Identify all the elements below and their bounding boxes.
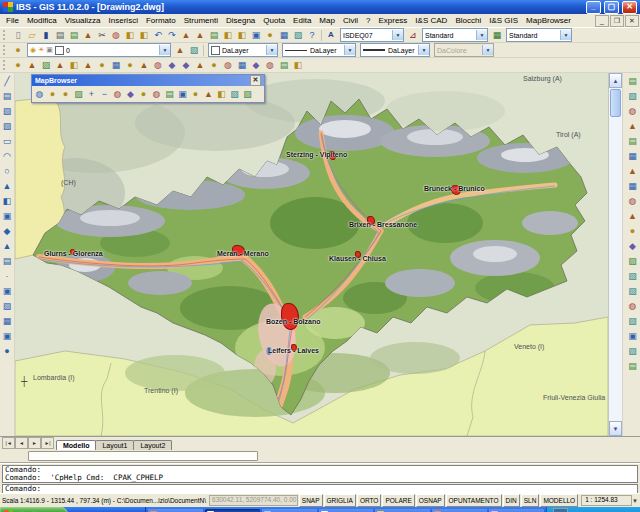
menu-map[interactable]: Map xyxy=(315,16,339,25)
insert-block-icon[interactable]: ▲ xyxy=(0,239,14,254)
msn-icon[interactable]: ▦ xyxy=(119,508,130,512)
map-open-icon[interactable]: ● xyxy=(95,59,109,72)
gis-table-icon[interactable]: ▨ xyxy=(39,59,53,72)
point-icon[interactable]: · xyxy=(0,269,14,284)
paste-icon[interactable]: ◧ xyxy=(123,29,137,42)
redo-icon[interactable]: ↷ xyxy=(165,29,179,42)
legend-icon[interactable]: ◍ xyxy=(111,88,124,101)
text-style-combo[interactable]: ISDEQ07▼ xyxy=(340,28,404,42)
find-icon[interactable]: ● xyxy=(137,88,150,101)
map-overlay-icon[interactable]: ◍ xyxy=(221,59,235,72)
bozen-bolzano-marker[interactable] xyxy=(281,303,299,330)
toggle-osnap[interactable]: OSNAP xyxy=(416,494,445,507)
help-icon[interactable]: ? xyxy=(305,29,319,42)
3d-wireframe-icon[interactable]: ▨ xyxy=(626,254,640,269)
toggle-griglia[interactable]: GRIGLIA xyxy=(324,494,356,507)
menu-express[interactable]: Express xyxy=(374,16,411,25)
zoom-in-icon[interactable]: + xyxy=(85,88,98,101)
toggle-orto[interactable]: ORTO xyxy=(357,494,382,507)
properties-icon[interactable]: ◧ xyxy=(235,29,249,42)
gradient-icon[interactable]: ▧ xyxy=(0,299,14,314)
task-silvia-conve[interactable]: silvia - Conve... xyxy=(319,509,374,512)
sheet-set-icon[interactable]: ▦ xyxy=(277,29,291,42)
map-save-icon[interactable]: ▦ xyxy=(109,59,123,72)
menu-mapbrowser[interactable]: MapBrowser xyxy=(522,16,575,25)
database-icon[interactable]: ◧ xyxy=(215,88,228,101)
color-combo[interactable]: DaLayer ▼ xyxy=(208,43,278,57)
arc-icon[interactable]: ◠ xyxy=(0,149,14,164)
zoom-window-icon[interactable]: ▤ xyxy=(207,29,221,42)
menu-visualizza[interactable]: Visualizza xyxy=(61,16,105,25)
print-icon[interactable]: ▤ xyxy=(53,29,67,42)
map-stats-icon[interactable]: ▤ xyxy=(277,59,291,72)
internet-explorer-icon[interactable]: ▲ xyxy=(71,508,82,512)
menu-i-s-cad[interactable]: I&S CAD xyxy=(411,16,451,25)
3d-realistic-icon[interactable]: ▧ xyxy=(626,314,640,329)
vertical-scroll-thumb[interactable] xyxy=(610,89,621,117)
construction-line-icon[interactable]: ▤ xyxy=(0,89,14,104)
copy-icon[interactable]: ◍ xyxy=(109,29,123,42)
design-center-icon[interactable]: ▣ xyxy=(249,29,263,42)
task-posta-in-arriv[interactable]: Posta in arriv... xyxy=(148,509,203,512)
toggle-modello[interactable]: MODELLO xyxy=(540,494,578,507)
scroll-up-icon[interactable]: ▲ xyxy=(609,73,622,88)
cut-icon[interactable]: ✂ xyxy=(95,29,109,42)
close-button[interactable]: ✕ xyxy=(622,1,637,14)
map-join-icon[interactable]: ◆ xyxy=(179,59,193,72)
report-icon[interactable]: ▨ xyxy=(241,88,254,101)
hatch-icon[interactable]: ▣ xyxy=(0,284,14,299)
polygon-icon[interactable]: ▧ xyxy=(0,119,14,134)
region-icon[interactable]: ▦ xyxy=(0,314,14,329)
media-player-icon[interactable]: ▣ xyxy=(107,508,118,512)
mdi-minimize-button[interactable]: _ xyxy=(595,15,609,27)
vertical-scrollbar[interactable]: ▲ ▼ xyxy=(608,73,622,436)
mdi-restore-button[interactable]: ❐ xyxy=(610,15,624,27)
3d-conceptual-icon[interactable]: ▧ xyxy=(626,284,640,299)
task-mb-shapeext[interactable]: MB-ShapeExt... xyxy=(375,509,430,512)
task-stefano-pret[interactable]: Stefano Pret... xyxy=(489,509,544,512)
layer-control-icon[interactable]: ◆ xyxy=(124,88,137,101)
tab-last-button[interactable]: ►| xyxy=(41,437,54,449)
publish-icon[interactable]: ▲ xyxy=(81,29,95,42)
explorer-icon[interactable]: ◧ xyxy=(131,508,142,512)
gis-settings-icon[interactable]: ▲ xyxy=(81,59,95,72)
map-window-icon[interactable]: ● xyxy=(123,59,137,72)
markup-icon[interactable]: ▧ xyxy=(291,29,305,42)
pan-icon[interactable]: ▲ xyxy=(179,29,193,42)
3d-shaded-icon[interactable]: ◍ xyxy=(626,299,640,314)
map-select-icon[interactable]: ◍ xyxy=(151,59,165,72)
tab-layout2[interactable]: Layout2 xyxy=(133,440,172,450)
update-icon[interactable]: ◍ xyxy=(597,508,606,512)
layer-properties-icon[interactable]: ● xyxy=(11,44,25,57)
snap-icon[interactable]: ▦ xyxy=(626,149,640,164)
camera-icon[interactable]: ● xyxy=(626,224,640,239)
map-style-icon[interactable]: ▦ xyxy=(235,59,249,72)
coordinates-readout[interactable]: 630042.11, 5209774.40, 0.00 xyxy=(209,495,298,506)
show-desktop-icon[interactable]: ▧ xyxy=(95,508,106,512)
gis-view-icon[interactable]: ◧ xyxy=(67,59,81,72)
thematic-map-icon[interactable]: ▣ xyxy=(176,88,189,101)
mdi-close-button[interactable]: ✕ xyxy=(625,15,639,27)
menu-file[interactable]: File xyxy=(2,16,23,25)
edit-geometry-icon[interactable]: ◍ xyxy=(150,88,163,101)
undo-icon[interactable]: ↶ xyxy=(151,29,165,42)
toggle-sln[interactable]: SLN xyxy=(521,494,540,507)
tab-prev-button[interactable]: ◄ xyxy=(15,437,28,449)
gis-globe-icon[interactable]: ▲ xyxy=(25,59,39,72)
map-split-icon[interactable]: ▲ xyxy=(193,59,207,72)
table-icon[interactable]: ▣ xyxy=(0,329,14,344)
menu-blocchi[interactable]: Blocchi xyxy=(451,16,485,25)
tab-modello[interactable]: Modello xyxy=(56,440,96,450)
mapbrowser-title-bar[interactable]: MapBrowser ✕ xyxy=(32,75,264,86)
antivirus-icon[interactable]: ● xyxy=(588,508,597,512)
layer-combo[interactable]: ◉ ☀ ▣ 0 ▼ xyxy=(27,43,171,57)
make-object-layer-icon[interactable]: ▧ xyxy=(187,44,201,57)
zoom-extents-icon[interactable]: ● xyxy=(59,88,72,101)
network-icon[interactable]: ▨ xyxy=(579,508,588,512)
globe-icon[interactable]: ◍ xyxy=(33,88,46,101)
open-map-icon[interactable]: ● xyxy=(46,88,59,101)
map-buffer-icon[interactable]: ● xyxy=(207,59,221,72)
menu-quota[interactable]: Quota xyxy=(259,16,289,25)
dim-style-combo[interactable]: Standard▼ xyxy=(422,28,488,42)
markup-icon[interactable]: ▧ xyxy=(626,89,640,104)
